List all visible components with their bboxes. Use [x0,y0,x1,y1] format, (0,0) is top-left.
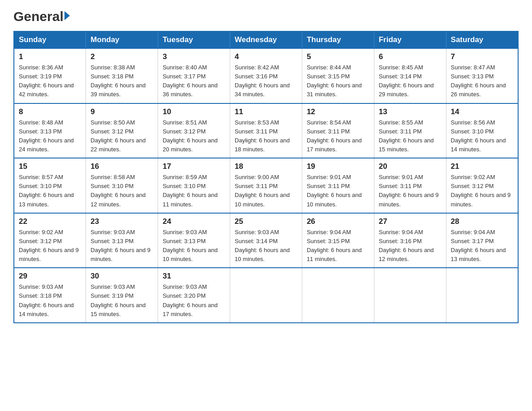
day-info: Sunrise: 8:54 AMSunset: 3:11 PMDaylight:… [307,118,369,154]
calendar-cell: 17Sunrise: 8:59 AMSunset: 3:10 PMDayligh… [158,158,230,213]
day-number: 10 [163,107,225,116]
day-number: 31 [163,272,225,281]
day-number: 13 [379,107,442,116]
day-info: Sunrise: 9:03 AMSunset: 3:20 PMDaylight:… [163,283,225,319]
calendar-cell: 25Sunrise: 9:03 AMSunset: 3:14 PMDayligh… [230,213,302,268]
calendar-week-4: 22Sunrise: 9:02 AMSunset: 3:12 PMDayligh… [14,213,518,268]
day-info: Sunrise: 9:04 AMSunset: 3:16 PMDaylight:… [379,228,442,264]
calendar-cell: 12Sunrise: 8:54 AMSunset: 3:11 PMDayligh… [302,103,374,158]
day-info: Sunrise: 9:03 AMSunset: 3:13 PMDaylight:… [163,228,225,264]
day-number: 27 [379,217,442,226]
day-header-wednesday: Wednesday [230,31,302,48]
calendar-cell: 11Sunrise: 8:53 AMSunset: 3:11 PMDayligh… [230,103,302,158]
day-number: 25 [235,217,297,226]
day-info: Sunrise: 9:03 AMSunset: 3:14 PMDaylight:… [235,228,297,264]
calendar-cell: 30Sunrise: 9:03 AMSunset: 3:19 PMDayligh… [86,268,158,323]
day-number: 17 [163,162,225,171]
day-info: Sunrise: 9:01 AMSunset: 3:11 PMDaylight:… [307,173,369,209]
calendar-cell: 10Sunrise: 8:51 AMSunset: 3:12 PMDayligh… [158,103,230,158]
day-info: Sunrise: 8:36 AMSunset: 3:19 PMDaylight:… [19,63,81,99]
day-header-saturday: Saturday [446,31,518,48]
day-info: Sunrise: 8:48 AMSunset: 3:13 PMDaylight:… [19,118,81,154]
calendar-cell: 31Sunrise: 9:03 AMSunset: 3:20 PMDayligh… [158,268,230,323]
day-info: Sunrise: 8:50 AMSunset: 3:12 PMDaylight:… [90,118,153,154]
calendar-cell: 3Sunrise: 8:40 AMSunset: 3:17 PMDaylight… [158,48,230,103]
calendar-cell: 24Sunrise: 9:03 AMSunset: 3:13 PMDayligh… [158,213,230,268]
calendar-cell: 18Sunrise: 9:00 AMSunset: 3:11 PMDayligh… [230,158,302,213]
day-number: 22 [19,217,81,226]
calendar-cell: 7Sunrise: 8:47 AMSunset: 3:13 PMDaylight… [446,48,518,103]
day-info: Sunrise: 8:42 AMSunset: 3:16 PMDaylight:… [235,63,297,99]
day-number: 2 [90,52,153,61]
day-info: Sunrise: 9:03 AMSunset: 3:18 PMDaylight:… [19,283,81,319]
day-info: Sunrise: 8:45 AMSunset: 3:14 PMDaylight:… [379,63,442,99]
day-info: Sunrise: 9:02 AMSunset: 3:12 PMDaylight:… [451,173,513,209]
calendar-cell: 4Sunrise: 8:42 AMSunset: 3:16 PMDaylight… [230,48,302,103]
calendar-cell: 13Sunrise: 8:55 AMSunset: 3:11 PMDayligh… [374,103,446,158]
day-number: 23 [90,217,153,226]
day-header-tuesday: Tuesday [158,31,230,48]
day-info: Sunrise: 8:44 AMSunset: 3:15 PMDaylight:… [307,63,369,99]
calendar-week-3: 15Sunrise: 8:57 AMSunset: 3:10 PMDayligh… [14,158,518,213]
day-header-sunday: Sunday [14,31,86,48]
day-info: Sunrise: 9:00 AMSunset: 3:11 PMDaylight:… [235,173,297,209]
calendar-header: SundayMondayTuesdayWednesdayThursdayFrid… [14,31,518,48]
day-number: 1 [19,52,81,61]
day-number: 26 [307,217,369,226]
calendar-cell: 16Sunrise: 8:58 AMSunset: 3:10 PMDayligh… [86,158,158,213]
calendar-week-1: 1Sunrise: 8:36 AMSunset: 3:19 PMDaylight… [14,48,518,103]
calendar-cell: 6Sunrise: 8:45 AMSunset: 3:14 PMDaylight… [374,48,446,103]
day-info: Sunrise: 8:56 AMSunset: 3:10 PMDaylight:… [451,118,513,154]
day-info: Sunrise: 9:03 AMSunset: 3:13 PMDaylight:… [90,228,153,264]
day-number: 28 [451,217,513,226]
calendar-cell: 9Sunrise: 8:50 AMSunset: 3:12 PMDaylight… [86,103,158,158]
day-number: 20 [379,162,442,171]
calendar-cell: 2Sunrise: 8:38 AMSunset: 3:18 PMDaylight… [86,48,158,103]
day-number: 6 [379,52,442,61]
day-info: Sunrise: 9:01 AMSunset: 3:11 PMDaylight:… [379,173,442,209]
day-header-friday: Friday [374,31,446,48]
day-number: 30 [90,272,153,281]
day-info: Sunrise: 8:57 AMSunset: 3:10 PMDaylight:… [19,173,81,209]
day-info: Sunrise: 8:51 AMSunset: 3:12 PMDaylight:… [163,118,225,154]
day-number: 18 [235,162,297,171]
day-number: 19 [307,162,369,171]
calendar-cell: 22Sunrise: 9:02 AMSunset: 3:12 PMDayligh… [14,213,86,268]
day-number: 14 [451,107,513,116]
calendar-cell: 5Sunrise: 8:44 AMSunset: 3:15 PMDaylight… [302,48,374,103]
day-info: Sunrise: 9:04 AMSunset: 3:17 PMDaylight:… [451,228,513,264]
day-info: Sunrise: 8:53 AMSunset: 3:11 PMDaylight:… [235,118,297,154]
day-info: Sunrise: 9:03 AMSunset: 3:19 PMDaylight:… [90,283,153,319]
calendar-cell [230,268,302,323]
day-number: 15 [19,162,81,171]
day-number: 16 [90,162,153,171]
calendar-cell [302,268,374,323]
day-header-monday: Monday [86,31,158,48]
calendar-body: 1Sunrise: 8:36 AMSunset: 3:19 PMDaylight… [14,48,518,323]
calendar-cell: 15Sunrise: 8:57 AMSunset: 3:10 PMDayligh… [14,158,86,213]
logo: General [13,9,70,22]
calendar-cell: 21Sunrise: 9:02 AMSunset: 3:12 PMDayligh… [446,158,518,213]
day-info: Sunrise: 9:04 AMSunset: 3:15 PMDaylight:… [307,228,369,264]
calendar-cell: 20Sunrise: 9:01 AMSunset: 3:11 PMDayligh… [374,158,446,213]
day-info: Sunrise: 8:38 AMSunset: 3:18 PMDaylight:… [90,63,153,99]
day-info: Sunrise: 8:55 AMSunset: 3:11 PMDaylight:… [379,118,442,154]
day-info: Sunrise: 8:47 AMSunset: 3:13 PMDaylight:… [451,63,513,99]
calendar-cell: 23Sunrise: 9:03 AMSunset: 3:13 PMDayligh… [86,213,158,268]
day-number: 29 [19,272,81,281]
calendar-cell: 8Sunrise: 8:48 AMSunset: 3:13 PMDaylight… [14,103,86,158]
calendar-week-2: 8Sunrise: 8:48 AMSunset: 3:13 PMDaylight… [14,103,518,158]
day-number: 3 [163,52,225,61]
calendar-week-5: 29Sunrise: 9:03 AMSunset: 3:18 PMDayligh… [14,268,518,323]
day-number: 12 [307,107,369,116]
calendar-cell: 27Sunrise: 9:04 AMSunset: 3:16 PMDayligh… [374,213,446,268]
calendar-table: SundayMondayTuesdayWednesdayThursdayFrid… [13,31,519,323]
day-number: 8 [19,107,81,116]
logo-arrow-icon [64,11,70,20]
day-info: Sunrise: 9:02 AMSunset: 3:12 PMDaylight:… [19,228,81,264]
day-header-thursday: Thursday [302,31,374,48]
day-number: 21 [451,162,513,171]
calendar-cell [374,268,446,323]
calendar-cell: 26Sunrise: 9:04 AMSunset: 3:15 PMDayligh… [302,213,374,268]
calendar-cell: 28Sunrise: 9:04 AMSunset: 3:17 PMDayligh… [446,213,518,268]
